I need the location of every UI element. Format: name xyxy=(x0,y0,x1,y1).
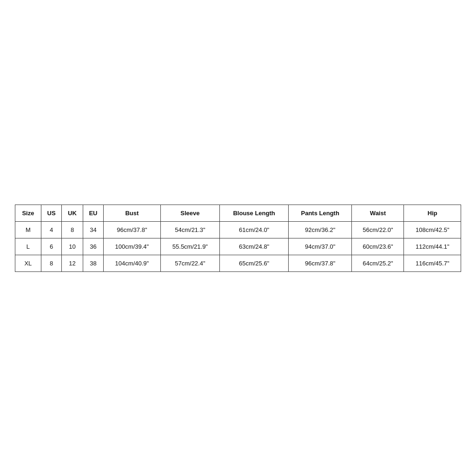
cell-size: XL xyxy=(15,255,41,271)
col-header-pants-length: Pants Length xyxy=(288,205,351,221)
cell-blouse-length: 61cm/24.0" xyxy=(220,221,289,238)
cell-blouse-length: 65cm/25.6" xyxy=(220,255,289,271)
cell-blouse-length: 63cm/24.8" xyxy=(220,238,289,255)
cell-sleeve: 57cm/22.4" xyxy=(160,255,220,271)
cell-pants-length: 94cm/37.0" xyxy=(288,238,351,255)
cell-hip: 108cm/42.5" xyxy=(404,221,461,238)
cell-bust: 104cm/40.9" xyxy=(104,255,160,271)
cell-waist: 56cm/22.0" xyxy=(352,221,404,238)
col-header-uk: UK xyxy=(62,205,83,221)
cell-size: M xyxy=(15,221,41,238)
table-row: L61036100cm/39.4"55.5cm/21.9"63cm/24.8"9… xyxy=(15,238,461,255)
col-header-blouse-length: Blouse Length xyxy=(220,205,289,221)
table-row: XL81238104cm/40.9"57cm/22.4"65cm/25.6"96… xyxy=(15,255,461,271)
cell-pants-length: 92cm/36.2" xyxy=(288,221,351,238)
cell-hip: 116cm/45.7" xyxy=(404,255,461,271)
col-header-size: Size xyxy=(15,205,41,221)
cell-uk: 8 xyxy=(62,221,83,238)
col-header-us: US xyxy=(41,205,61,221)
cell-us: 6 xyxy=(41,238,61,255)
col-header-hip: Hip xyxy=(404,205,461,221)
cell-sleeve: 54cm/21.3" xyxy=(160,221,220,238)
col-header-eu: EU xyxy=(83,205,103,221)
table-row: M483496cm/37.8"54cm/21.3"61cm/24.0"92cm/… xyxy=(15,221,461,238)
cell-eu: 38 xyxy=(83,255,103,271)
cell-bust: 96cm/37.8" xyxy=(104,221,160,238)
cell-eu: 36 xyxy=(83,238,103,255)
col-header-bust: Bust xyxy=(104,205,160,221)
cell-waist: 60cm/23.6" xyxy=(352,238,404,255)
cell-eu: 34 xyxy=(83,221,103,238)
table-header-row: Size US UK EU Bust Sleeve Blouse Length … xyxy=(15,205,461,221)
cell-pants-length: 96cm/37.8" xyxy=(288,255,351,271)
cell-us: 8 xyxy=(41,255,61,271)
cell-uk: 12 xyxy=(62,255,83,271)
size-chart-container: Size US UK EU Bust Sleeve Blouse Length … xyxy=(15,205,461,272)
cell-waist: 64cm/25.2" xyxy=(352,255,404,271)
cell-bust: 100cm/39.4" xyxy=(104,238,160,255)
cell-size: L xyxy=(15,238,41,255)
cell-us: 4 xyxy=(41,221,61,238)
size-chart-table: Size US UK EU Bust Sleeve Blouse Length … xyxy=(15,205,461,272)
cell-uk: 10 xyxy=(62,238,83,255)
cell-sleeve: 55.5cm/21.9" xyxy=(160,238,220,255)
col-header-waist: Waist xyxy=(352,205,404,221)
cell-hip: 112cm/44.1" xyxy=(404,238,461,255)
col-header-sleeve: Sleeve xyxy=(160,205,220,221)
